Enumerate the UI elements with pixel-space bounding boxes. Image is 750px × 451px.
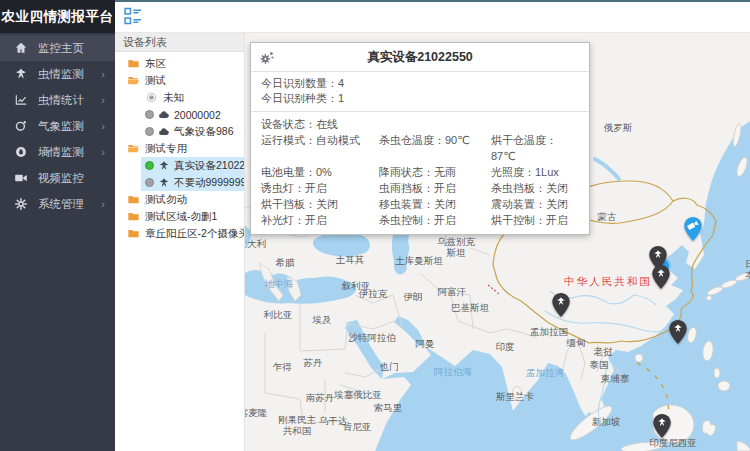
popup-detail-cell: 补光灯：开启 xyxy=(261,212,379,228)
sidebar-item[interactable]: 虫情统计 › xyxy=(0,87,115,113)
popup-detail-cell: 光照度：1Lux xyxy=(491,164,579,180)
tree-device-label: 气象设备986 xyxy=(174,125,234,139)
popup-detail-cell: 诱虫灯：开启 xyxy=(261,180,379,196)
device-panel: 设备列表 东区测试未知20000002气象设备986测试专用真实设备210225… xyxy=(115,33,245,451)
popup-detail-row: 补光灯：开启杀虫控制：开启烘干控制：开启 xyxy=(261,212,579,228)
popup-detail-row: 运行模式：自动模式杀虫仓温度：90℃烘干仓温度：87℃ xyxy=(261,132,579,164)
insect-device-marker[interactable] xyxy=(550,292,572,318)
popup-detail-row: 设备状态：在线 xyxy=(261,116,579,132)
tree-folder[interactable]: 测试勿动 xyxy=(115,191,244,208)
popup-detail-row: 电池电量：0%降雨状态：无雨光照度：1Lux xyxy=(261,164,579,180)
sidebar-item[interactable]: 墒情监测 › xyxy=(0,139,115,165)
tree-device[interactable]: 未知 xyxy=(141,89,244,106)
folder-icon xyxy=(127,193,140,206)
soil-icon xyxy=(14,145,28,159)
popup-header: 真实设备21022550 xyxy=(251,43,589,72)
sidebar-menu: 监控主页 虫情监测 › 虫情统计 › 气象监测 › 墒情监测 › xyxy=(0,33,115,217)
insect-device-marker[interactable] xyxy=(667,319,689,345)
tree-device-label: 未知 xyxy=(163,91,184,105)
tree-folder[interactable]: 测试区域-勿删1 xyxy=(115,208,244,225)
device-panel-header: 设备列表 xyxy=(115,33,244,52)
sidebar-item[interactable]: 气象监测 › xyxy=(0,113,115,139)
chevron-right-icon: › xyxy=(101,68,105,80)
insect-trap-icon xyxy=(158,177,170,189)
tree-device[interactable]: 20000002 xyxy=(141,106,244,123)
folder-icon xyxy=(127,57,140,70)
tree-device-label: 20000002 xyxy=(174,109,221,121)
folder-icon xyxy=(127,210,140,223)
popup-today-stats: 今日识别数量：4今日识别种类：1 xyxy=(251,72,589,112)
tree-folder-label: 测试区域-勿删1 xyxy=(145,210,217,224)
gear-icon xyxy=(14,197,28,211)
tree-folder[interactable]: 测试 xyxy=(115,72,244,89)
settings-gear-icon[interactable] xyxy=(259,49,276,66)
popup-detail-cell: 杀虫控制：开启 xyxy=(379,212,491,228)
insect-device-marker[interactable] xyxy=(650,264,672,290)
tree-device-label: 不要动99999999 xyxy=(174,176,245,190)
app-title: 农业四情测报平台 xyxy=(0,0,115,33)
device-list-toggle-icon[interactable] xyxy=(123,6,143,26)
sidebar-item-label: 墒情监测 xyxy=(38,145,101,160)
sidebar: 农业四情测报平台 监控主页 虫情监测 › 虫情统计 › 气象监测 › 墒情监测 xyxy=(0,0,115,451)
sidebar-item-label: 视频监控 xyxy=(38,171,105,186)
popup-device-title: 真实设备21022550 xyxy=(276,49,564,66)
weather-station-icon xyxy=(158,109,170,121)
popup-detail-cell: 杀虫挡板：关闭 xyxy=(491,180,579,196)
popup-detail-cell: 杀虫仓温度：90℃ xyxy=(379,132,491,164)
device-tree: 东区测试未知20000002气象设备986测试专用真实设备21022550不要动… xyxy=(115,52,244,242)
chevron-right-icon: › xyxy=(101,146,105,158)
weather-station-icon xyxy=(158,126,170,138)
popup-detail-cell: 烘干挡板：关闭 xyxy=(261,196,379,212)
topbar xyxy=(115,0,750,33)
tree-device[interactable]: 气象设备986 xyxy=(141,123,244,140)
chart-icon xyxy=(14,93,28,107)
sidebar-item-label: 监控主页 xyxy=(38,41,105,56)
popup-stat-row: 今日识别数量：4 xyxy=(261,76,579,91)
popup-status-grid: 设备状态：在线运行模式：自动模式杀虫仓温度：90℃烘干仓温度：87℃电池电量：0… xyxy=(251,112,589,234)
popup-detail-cell: 移虫装置：关闭 xyxy=(379,196,491,212)
popup-detail-cell: 虫雨挡板：开启 xyxy=(379,180,491,196)
home-icon xyxy=(14,41,28,55)
tree-folder-label: 东区 xyxy=(145,57,166,71)
status-dot xyxy=(145,110,154,119)
tree-folder[interactable]: 东区 xyxy=(115,55,244,72)
popup-detail-cell: 设备状态：在线 xyxy=(261,116,379,132)
chevron-right-icon: › xyxy=(101,120,105,132)
device-info-popup: 真实设备21022550 今日识别数量：4今日识别种类：1 设备状态：在线运行模… xyxy=(250,42,590,235)
sidebar-item-label: 虫情监测 xyxy=(38,67,101,82)
tree-folder[interactable]: 测试专用 xyxy=(115,140,244,157)
tree-folder-label: 测试勿动 xyxy=(145,193,187,207)
sidebar-item[interactable]: 系统管理 › xyxy=(0,191,115,217)
video-icon xyxy=(14,171,28,185)
top-accent-line xyxy=(115,0,750,2)
app-window: 农业四情测报平台 监控主页 虫情监测 › 虫情统计 › 气象监测 › 墒情监测 xyxy=(0,0,750,451)
folder-icon xyxy=(127,227,140,240)
chevron-right-icon: › xyxy=(101,94,105,106)
tree-device[interactable]: 真实设备21022550 xyxy=(141,157,244,174)
insect-icon xyxy=(14,67,28,81)
insect-trap-icon xyxy=(158,160,170,172)
insect-device-marker[interactable] xyxy=(651,413,673,439)
status-dot xyxy=(145,178,154,187)
tree-device-label: 真实设备21022550 xyxy=(174,159,245,173)
folder-icon xyxy=(127,74,140,87)
sidebar-item-label: 气象监测 xyxy=(38,119,101,134)
popup-detail-row: 烘干挡板：关闭移虫装置：关闭震动装置：关闭 xyxy=(261,196,579,212)
popup-detail-row: 诱虫灯：开启虫雨挡板：开启杀虫挡板：关闭 xyxy=(261,180,579,196)
tree-device[interactable]: 不要动99999999 xyxy=(141,174,244,191)
status-dot xyxy=(145,161,154,170)
tree-folder-label: 测试专用 xyxy=(145,142,187,156)
sidebar-item[interactable]: 视频监控 xyxy=(0,165,115,191)
weather-icon xyxy=(14,119,28,133)
status-dot xyxy=(145,127,154,136)
popup-detail-cell: 降雨状态：无雨 xyxy=(379,164,491,180)
sidebar-item[interactable]: 监控主页 xyxy=(0,35,115,61)
camera-device-marker[interactable] xyxy=(682,216,704,242)
chevron-right-icon: › xyxy=(101,198,105,210)
tree-folder-label: 章丘阳丘区-2个摄像头 xyxy=(145,227,245,241)
folder-icon xyxy=(127,142,140,155)
map-canvas[interactable]: 俄罗斯蒙古中华人民共和国哈萨克斯坦乌兹别克 斯坦土库曼斯坦阿富汗巴基斯坦伊朗伊拉… xyxy=(245,33,750,451)
sidebar-item[interactable]: 虫情监测 › xyxy=(0,61,115,87)
popup-detail-cell: 电池电量：0% xyxy=(261,164,379,180)
tree-folder[interactable]: 章丘阳丘区-2个摄像头 xyxy=(115,225,244,242)
